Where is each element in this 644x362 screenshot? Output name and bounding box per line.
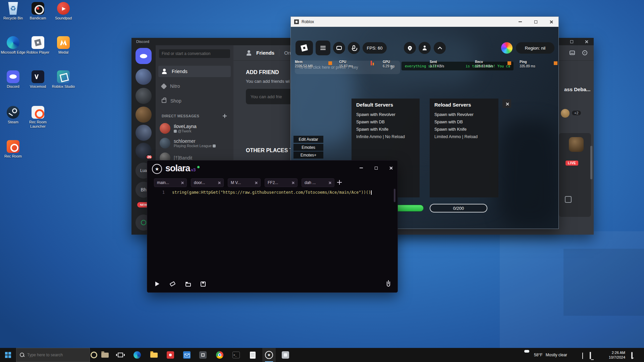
tab-close-icon[interactable] [291, 181, 294, 184]
discord-search-input[interactable] [159, 49, 230, 58]
rainbow-button[interactable] [501, 42, 513, 54]
server-avatar[interactable] [136, 125, 152, 141]
create-dm-icon[interactable] [223, 114, 227, 118]
star-glyph: ★ [155, 166, 159, 172]
sidebar-item-nitro[interactable]: Nitro [158, 80, 231, 92]
avatar-button[interactable] [419, 42, 431, 54]
taskbar-icon-chrome[interactable] [213, 348, 226, 362]
taskbar-icon-edge[interactable] [130, 348, 144, 362]
open-file-button[interactable] [184, 280, 192, 288]
menu-item[interactable]: Spawn with Knife [434, 126, 494, 133]
server-avatar[interactable] [136, 88, 152, 104]
desktop-icon-recycle-bin[interactable]: ♻ Recycle Bin [1, 2, 25, 20]
editor-tab[interactable]: dah ... [302, 178, 334, 187]
close-button[interactable] [384, 163, 397, 173]
desktop-icon-discord[interactable]: Discord [1, 70, 25, 89]
taskbar-icon-window[interactable] [279, 348, 292, 362]
mic-button[interactable] [348, 42, 360, 54]
scrollbar[interactable] [590, 146, 592, 179]
desktop-icon-soundpad[interactable]: ▶ Soundpad [51, 2, 76, 20]
dm-header[interactable]: DIRECT MESSAGES [162, 114, 199, 118]
taskbar-search[interactable] [16, 348, 90, 362]
taskbar-icon-app-gray[interactable] [196, 348, 210, 362]
menu-close-button[interactable] [502, 99, 511, 108]
desktop-icon-roblox-studio[interactable]: Roblox Studio [51, 70, 76, 89]
weather-text[interactable]: 58°F Mostly clear [534, 353, 567, 357]
editor-tab[interactable]: M V... [228, 178, 261, 187]
server-avatar[interactable] [136, 107, 152, 123]
taskbar-search-input[interactable] [27, 353, 81, 357]
editor-tab[interactable]: FF2... [265, 178, 298, 187]
maximize-button[interactable] [369, 163, 383, 173]
close-button[interactable] [544, 17, 558, 27]
maximize-button[interactable] [528, 17, 543, 27]
active-now-card-title[interactable]: ass Deba... [564, 86, 590, 92]
menu-item[interactable]: Spawn with Revolver [434, 111, 494, 118]
new-tab-icon[interactable] [337, 180, 342, 185]
taskbar-icon-file-explorer[interactable] [98, 348, 112, 362]
start-button[interactable] [0, 348, 16, 362]
desktop-icon-edge[interactable]: Microsoft Edge [1, 36, 25, 55]
network-tray-icon[interactable] [590, 353, 591, 359]
clear-button[interactable] [168, 280, 176, 288]
scrollbar[interactable] [394, 189, 395, 202]
emotes-plus-button[interactable]: Emotes+ [293, 152, 323, 159]
tab-close-icon[interactable] [181, 181, 184, 184]
minimize-button[interactable] [513, 17, 528, 27]
execute-button[interactable] [154, 280, 162, 288]
taskbar-icon-notepad[interactable] [246, 348, 259, 362]
desktop-icon-roblox-player[interactable]: Roblox Player [25, 36, 50, 55]
roblox-menu-button[interactable] [296, 41, 313, 55]
taskbar-icon-solara[interactable]: ★ [262, 348, 276, 362]
inbox-icon[interactable] [570, 51, 575, 55]
menu-item[interactable]: Spawn with Revolver [356, 111, 415, 118]
save-button[interactable] [199, 280, 207, 288]
desktop-icon-bandicam[interactable]: Bandicam [25, 2, 50, 20]
taskbar-icon-terminal[interactable]: >_ [229, 348, 243, 362]
server-avatar[interactable] [136, 69, 152, 85]
sidebar-item-friends[interactable]: Friends [158, 66, 231, 77]
action-center-button[interactable] [631, 353, 633, 359]
tab-close-icon[interactable] [255, 181, 258, 184]
emotes-button[interactable]: Emotes [293, 144, 323, 151]
close-button[interactable] [579, 38, 594, 45]
taskbar-icon-folder[interactable] [147, 348, 161, 362]
clock[interactable]: 2:26 AM 10/7/2024 [606, 350, 625, 360]
discord-home-button[interactable] [136, 48, 152, 64]
shop-icon [162, 99, 166, 103]
desktop-icon-rec-room-launcher[interactable]: Rec Room Launcher [25, 106, 50, 129]
minimize-button[interactable] [355, 163, 368, 173]
tab-close-icon[interactable] [218, 181, 221, 184]
menu-item[interactable]: Spawn with DB [434, 118, 494, 126]
menu-item[interactable]: Infinite Ammo | No Reload [356, 133, 415, 140]
taskbar-icon-app-red[interactable] [164, 348, 177, 362]
edit-avatar-button[interactable]: Edit Avatar [293, 136, 323, 143]
help-icon[interactable] [582, 50, 587, 55]
desktop-icon-steam[interactable]: Steam [1, 106, 25, 124]
collapse-button[interactable] [434, 42, 446, 54]
activity-card[interactable]: LIVE [559, 133, 591, 217]
maximize-button[interactable] [564, 38, 579, 45]
taskbar-icon-mail[interactable] [180, 348, 194, 362]
editor-tab[interactable]: main... [154, 178, 187, 187]
server-avatar[interactable]: 26 [136, 143, 152, 159]
dm-item[interactable]: schloemer Playing Rocket League [158, 136, 231, 150]
desktop-icon-rec-room[interactable]: Rec Room [1, 140, 25, 159]
recycle-glyph: ♻ [10, 4, 16, 12]
desktop-icon-medal[interactable]: Medal [51, 36, 76, 55]
attach-button[interactable] [384, 280, 392, 288]
sidebar-item-shop[interactable]: Shop [158, 95, 231, 107]
chat-toggle-button[interactable] [333, 42, 345, 54]
tab-close-icon[interactable] [328, 181, 331, 184]
editor-tab[interactable]: door... [191, 178, 224, 187]
waypoint-button[interactable] [404, 42, 416, 54]
menu-item[interactable]: Limited Ammo | Reload [434, 133, 494, 140]
menu-item[interactable]: Spawn with DB [356, 118, 415, 126]
menu-item[interactable]: Spawn with Knife [356, 126, 415, 133]
hamburger-button[interactable] [316, 41, 330, 55]
taskbar-icon-task-view[interactable] [114, 348, 127, 362]
code-line[interactable]: string(game:HttpGet("https://raw.githubu… [172, 190, 372, 195]
tray-overflow-button[interactable] [582, 353, 583, 359]
desktop-icon-voicemod[interactable]: Voicemod [25, 70, 50, 89]
dm-item[interactable]: IloveLayna @Twerk [158, 121, 231, 135]
